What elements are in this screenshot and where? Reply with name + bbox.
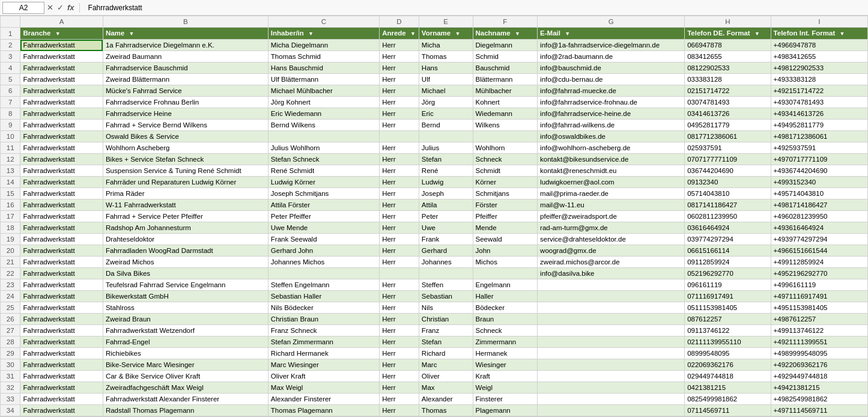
cell-inhaber[interactable]: Stefan Schneck [268, 154, 379, 165]
cell-nachname[interactable]: Wohlhorn [473, 142, 538, 154]
cell-name[interactable]: Prima Räder [103, 188, 268, 199]
cell-branche[interactable]: Fahrradwerkstatt [20, 359, 103, 371]
cell-email[interactable]: info@oswaldbikes.de [538, 131, 685, 142]
cell-telefon-int[interactable]: +493414613726 [771, 108, 867, 120]
cell-anrede[interactable]: Herr [380, 154, 419, 165]
cell-telefon-int[interactable]: +4982549981862 [771, 394, 867, 405]
cell-email[interactable] [538, 279, 685, 291]
cell-telefon-de[interactable]: 03616464924 [685, 222, 771, 234]
header-anrede[interactable]: Anrede ▼ [380, 28, 419, 40]
cell-email[interactable]: info@fahrradservice-heine.de [538, 108, 685, 120]
cell-vorname[interactable]: Alexander [419, 394, 473, 405]
cell-email[interactable] [538, 314, 685, 325]
cell-anrede[interactable]: Herr [380, 359, 419, 371]
cell-branche[interactable]: Fahrradwerkstatt [20, 348, 103, 359]
cell-telefon-de[interactable]: 0511153981405 [685, 302, 771, 314]
cell-branche[interactable]: Fahrradwerkstatt [20, 325, 103, 336]
cell-branche[interactable]: Fahrradwerkstatt [20, 188, 103, 199]
cell-vorname[interactable]: Oliver [419, 371, 473, 382]
cell-vorname[interactable]: Hans [419, 62, 473, 74]
cell-vorname[interactable]: Attila [419, 199, 473, 211]
cell-branche[interactable]: Fahrradwerkstatt [20, 51, 103, 62]
cell-branche[interactable]: Fahrradwerkstatt [20, 199, 103, 211]
cell-inhaber[interactable]: Attila Förster [268, 199, 379, 211]
col-header-h[interactable]: H [685, 16, 771, 28]
cell-inhaber[interactable]: Sebastian Haller [268, 291, 379, 302]
header-branche[interactable]: Branche ▼ [20, 28, 103, 40]
cell-telefon-int[interactable]: +4966151661544 [771, 245, 867, 257]
cell-branche[interactable]: Fahrradwerkstatt [20, 382, 103, 394]
cell-anrede[interactable]: Herr [380, 177, 419, 188]
cell-nachname[interactable]: Braun [473, 314, 538, 325]
fx-icon[interactable]: fx [67, 3, 74, 12]
cell-telefon-de[interactable]: 09132340 [685, 177, 771, 188]
cell-nachname[interactable] [473, 268, 538, 279]
cell-inhaber[interactable] [268, 268, 379, 279]
cell-anrede[interactable] [380, 268, 419, 279]
cell-vorname[interactable]: Nils [419, 302, 473, 314]
cell-telefon-de[interactable]: 0421381215 [685, 382, 771, 394]
cell-branche[interactable]: Fahrradwerkstatt [20, 279, 103, 291]
cell-nachname[interactable]: Mühlbacher [473, 85, 538, 97]
cell-inhaber[interactable] [268, 131, 379, 142]
cell-branche[interactable]: Fahrradwerkstatt [20, 85, 103, 97]
cell-branche[interactable]: Fahrradwerkstatt [20, 314, 103, 325]
cell-anrede[interactable]: Herr [380, 302, 419, 314]
cell-nachname[interactable]: Engelmann [473, 279, 538, 291]
cell-name[interactable]: Fahrrad + Service Bernd Wilkens [103, 120, 268, 131]
cell-name[interactable]: Fahrradwerkstatt Wetzendorf [103, 325, 268, 336]
cell-vorname[interactable]: Gerhard [419, 245, 473, 257]
cell-branche[interactable]: Fahrradwerkstatt [20, 268, 103, 279]
header-nachname[interactable]: Nachname ▼ [473, 28, 538, 40]
cell-vorname[interactable]: Frank [419, 234, 473, 245]
confirm-icon[interactable]: ✓ [57, 3, 64, 12]
cell-email[interactable]: info@wohlhorn-ascheberg.de [538, 142, 685, 154]
cell-email[interactable] [538, 325, 685, 336]
cell-telefon-de[interactable]: 096161119 [685, 279, 771, 291]
cell-inhaber[interactable]: Hans Bauschmid [268, 62, 379, 74]
cell-telefon-de[interactable]: 06615166114 [685, 245, 771, 257]
cell-anrede[interactable]: Herr [380, 199, 419, 211]
cell-email[interactable] [538, 291, 685, 302]
cell-vorname[interactable]: Sebastian [419, 291, 473, 302]
cell-telefon-int[interactable]: +494952811779 [771, 120, 867, 131]
filter-icon-telefon-int[interactable]: ▼ [839, 28, 845, 39]
cell-anrede[interactable] [380, 131, 419, 142]
cell-inhaber[interactable]: Stefan Zimmermann [268, 336, 379, 348]
col-header-f[interactable]: F [473, 16, 538, 28]
cell-telefon-de[interactable]: 07114569711 [685, 405, 771, 416]
cell-nachname[interactable]: Schneck [473, 325, 538, 336]
cell-telefon-de[interactable]: 0817141186427 [685, 199, 771, 211]
cell-inhaber[interactable]: Thomas Plagemann [268, 405, 379, 416]
cell-anrede[interactable]: Herr [380, 40, 419, 51]
cell-nachname[interactable] [473, 131, 538, 142]
filter-icon-anrede[interactable]: ▼ [410, 28, 416, 39]
cell-telefon-int[interactable]: +493074781493 [771, 97, 867, 108]
cell-anrede[interactable]: Herr [380, 336, 419, 348]
cell-vorname[interactable] [419, 268, 473, 279]
cell-name[interactable]: Bike-Service Marc Wiesinger [103, 359, 268, 371]
cell-nachname[interactable]: Schneck [473, 154, 538, 165]
cell-nachname[interactable]: Finsterer [473, 394, 538, 405]
cell-telefon-de[interactable]: 02151714722 [685, 85, 771, 97]
cell-vorname[interactable]: Thomas [419, 51, 473, 62]
cell-name[interactable]: Fahrrad + Service Peter Pfeiffer [103, 211, 268, 222]
cell-branche[interactable]: Fahrradwerkstatt [20, 97, 103, 108]
cell-email[interactable]: info@fahrrad-muecke.de [538, 85, 685, 97]
cell-anrede[interactable]: Herr [380, 257, 419, 268]
cell-telefon-de[interactable]: 08122902533 [685, 62, 771, 74]
cell-nachname[interactable]: Bauschmid [473, 62, 538, 74]
cell-telefon-int[interactable]: +495714043810 [771, 188, 867, 199]
cell-vorname[interactable]: Bernd [419, 120, 473, 131]
cell-telefon-de[interactable]: 0707177771109 [685, 154, 771, 165]
cell-email[interactable]: mail@prima-raeder.de [538, 188, 685, 199]
cell-anrede[interactable]: Herr [380, 188, 419, 199]
cell-name[interactable]: Zweirad Michos [103, 257, 268, 268]
cell-telefon-de[interactable]: 0825499981862 [685, 394, 771, 405]
cell-nachname[interactable]: Schmitjans [473, 188, 538, 199]
cell-telefon-int[interactable]: +4921111399551 [771, 336, 867, 348]
filter-icon-inhaber[interactable]: ▼ [308, 28, 314, 39]
cell-telefon-int[interactable]: +4987612257 [771, 314, 867, 325]
cell-vorname[interactable]: Johannes [419, 257, 473, 268]
cell-branche[interactable]: Fahrradwerkstatt [20, 131, 103, 142]
